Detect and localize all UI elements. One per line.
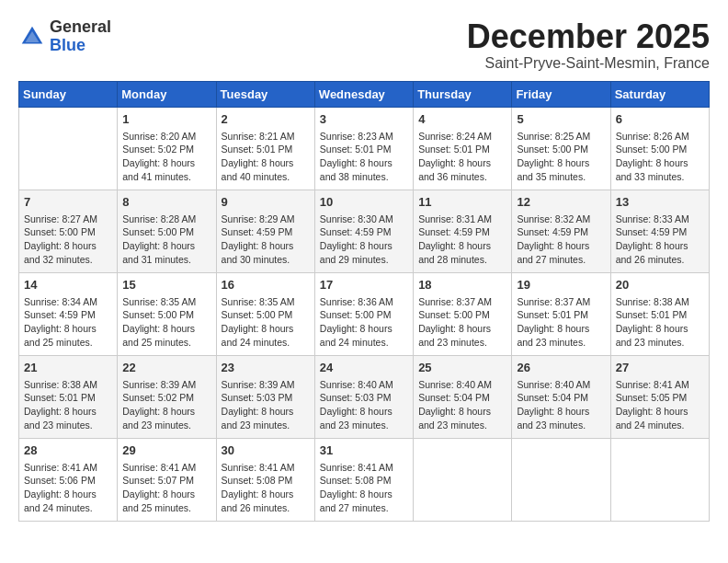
day-number: 15 [122,277,210,293]
calendar-week-row: 7Sunrise: 8:27 AM Sunset: 5:00 PM Daylig… [19,190,710,272]
day-info: Sunrise: 8:25 AM Sunset: 5:00 PM Dayligh… [517,130,605,184]
day-number: 18 [418,277,506,293]
day-number: 20 [616,277,704,293]
logo-blue: Blue [50,36,85,54]
day-number: 21 [24,360,112,376]
day-number: 13 [616,194,704,211]
day-info: Sunrise: 8:24 AM Sunset: 5:01 PM Dayligh… [418,130,506,184]
calendar-cell: 13Sunrise: 8:33 AM Sunset: 4:59 PM Dayli… [610,190,709,272]
calendar-cell: 30Sunrise: 8:41 AM Sunset: 5:08 PM Dayli… [216,438,314,521]
day-info: Sunrise: 8:40 AM Sunset: 5:03 PM Dayligh… [320,378,408,432]
day-number: 25 [418,360,506,376]
month-title: December 2025 [467,18,710,55]
calendar-cell: 22Sunrise: 8:39 AM Sunset: 5:02 PM Dayli… [118,355,216,438]
day-info: Sunrise: 8:34 AM Sunset: 4:59 PM Dayligh… [24,295,112,350]
calendar-cell [19,107,118,190]
calendar-cell: 10Sunrise: 8:30 AM Sunset: 4:59 PM Dayli… [314,190,413,272]
day-info: Sunrise: 8:41 AM Sunset: 5:08 PM Dayligh… [222,461,310,515]
day-number: 7 [24,194,112,211]
weekday-header-wednesday: Wednesday [314,81,413,107]
title-area: December 2025 Saint-Pryve-Saint-Mesmin, … [467,18,710,72]
calendar-cell: 21Sunrise: 8:38 AM Sunset: 5:01 PM Dayli… [19,355,118,438]
calendar-week-row: 28Sunrise: 8:41 AM Sunset: 5:06 PM Dayli… [19,438,710,521]
logo: General Blue [18,18,111,55]
day-info: Sunrise: 8:26 AM Sunset: 5:00 PM Dayligh… [616,130,704,184]
weekday-header-monday: Monday [118,81,216,107]
weekday-header-saturday: Saturday [610,81,709,107]
day-info: Sunrise: 8:30 AM Sunset: 4:59 PM Dayligh… [320,213,408,267]
calendar-cell: 23Sunrise: 8:39 AM Sunset: 5:03 PM Dayli… [216,355,314,438]
day-number: 16 [222,277,310,293]
day-info: Sunrise: 8:35 AM Sunset: 5:00 PM Dayligh… [222,295,310,350]
day-number: 24 [320,360,408,376]
weekday-header-row: SundayMondayTuesdayWednesdayThursdayFrid… [19,81,710,107]
day-number: 31 [320,442,408,459]
day-info: Sunrise: 8:37 AM Sunset: 5:00 PM Dayligh… [418,295,506,350]
logo-icon [18,23,46,51]
calendar-week-row: 1Sunrise: 8:20 AM Sunset: 5:02 PM Daylig… [19,107,710,190]
day-number: 5 [517,111,605,128]
day-number: 26 [517,360,605,376]
calendar-cell: 15Sunrise: 8:35 AM Sunset: 5:00 PM Dayli… [118,272,216,355]
calendar-cell: 12Sunrise: 8:32 AM Sunset: 4:59 PM Dayli… [512,190,610,272]
calendar-table: SundayMondayTuesdayWednesdayThursdayFrid… [18,81,710,522]
calendar-cell [610,438,709,521]
day-info: Sunrise: 8:20 AM Sunset: 5:02 PM Dayligh… [122,130,210,184]
calendar-cell: 16Sunrise: 8:35 AM Sunset: 5:00 PM Dayli… [216,272,314,355]
day-info: Sunrise: 8:36 AM Sunset: 5:00 PM Dayligh… [320,295,408,350]
location-subtitle: Saint-Pryve-Saint-Mesmin, France [467,55,710,72]
day-number: 28 [24,442,112,459]
day-number: 23 [222,360,310,376]
day-info: Sunrise: 8:37 AM Sunset: 5:01 PM Dayligh… [517,295,605,350]
calendar-cell: 26Sunrise: 8:40 AM Sunset: 5:04 PM Dayli… [512,355,610,438]
calendar-cell: 11Sunrise: 8:31 AM Sunset: 4:59 PM Dayli… [414,190,512,272]
calendar-cell: 8Sunrise: 8:28 AM Sunset: 5:00 PM Daylig… [118,190,216,272]
day-number: 29 [122,442,210,459]
calendar-week-row: 21Sunrise: 8:38 AM Sunset: 5:01 PM Dayli… [19,355,710,438]
calendar-cell: 27Sunrise: 8:41 AM Sunset: 5:05 PM Dayli… [610,355,709,438]
day-number: 1 [122,111,210,128]
day-info: Sunrise: 8:41 AM Sunset: 5:07 PM Dayligh… [122,461,210,515]
calendar-cell [414,438,512,521]
calendar-cell: 6Sunrise: 8:26 AM Sunset: 5:00 PM Daylig… [610,107,709,190]
day-info: Sunrise: 8:39 AM Sunset: 5:02 PM Dayligh… [122,378,210,432]
day-number: 22 [122,360,210,376]
day-info: Sunrise: 8:23 AM Sunset: 5:01 PM Dayligh… [320,130,408,184]
logo-text: General Blue [50,18,111,55]
weekday-header-tuesday: Tuesday [216,81,314,107]
calendar-cell: 4Sunrise: 8:24 AM Sunset: 5:01 PM Daylig… [414,107,512,190]
day-info: Sunrise: 8:35 AM Sunset: 5:00 PM Dayligh… [122,295,210,350]
day-info: Sunrise: 8:39 AM Sunset: 5:03 PM Dayligh… [222,378,310,432]
day-number: 14 [24,277,112,293]
header: General Blue December 2025 Saint-Pryve-S… [18,18,710,72]
day-number: 10 [320,194,408,211]
day-info: Sunrise: 8:32 AM Sunset: 4:59 PM Dayligh… [517,213,605,267]
calendar-cell: 14Sunrise: 8:34 AM Sunset: 4:59 PM Dayli… [19,272,118,355]
weekday-header-friday: Friday [512,81,610,107]
day-number: 4 [418,111,506,128]
calendar-cell: 28Sunrise: 8:41 AM Sunset: 5:06 PM Dayli… [19,438,118,521]
calendar-cell: 18Sunrise: 8:37 AM Sunset: 5:00 PM Dayli… [414,272,512,355]
calendar-cell: 1Sunrise: 8:20 AM Sunset: 5:02 PM Daylig… [118,107,216,190]
day-number: 11 [418,194,506,211]
day-info: Sunrise: 8:27 AM Sunset: 5:00 PM Dayligh… [24,213,112,267]
calendar-cell: 31Sunrise: 8:41 AM Sunset: 5:08 PM Dayli… [314,438,413,521]
calendar-cell: 19Sunrise: 8:37 AM Sunset: 5:01 PM Dayli… [512,272,610,355]
calendar-cell: 3Sunrise: 8:23 AM Sunset: 5:01 PM Daylig… [314,107,413,190]
day-info: Sunrise: 8:38 AM Sunset: 5:01 PM Dayligh… [616,295,704,350]
day-number: 9 [222,194,310,211]
day-info: Sunrise: 8:40 AM Sunset: 5:04 PM Dayligh… [517,378,605,432]
logo-general: General [50,17,111,36]
day-number: 27 [616,360,704,376]
day-number: 12 [517,194,605,211]
day-number: 19 [517,277,605,293]
day-info: Sunrise: 8:41 AM Sunset: 5:05 PM Dayligh… [616,378,704,432]
weekday-header-thursday: Thursday [414,81,512,107]
calendar-cell: 24Sunrise: 8:40 AM Sunset: 5:03 PM Dayli… [314,355,413,438]
day-info: Sunrise: 8:40 AM Sunset: 5:04 PM Dayligh… [418,378,506,432]
calendar-cell: 9Sunrise: 8:29 AM Sunset: 4:59 PM Daylig… [216,190,314,272]
calendar-cell: 7Sunrise: 8:27 AM Sunset: 5:00 PM Daylig… [19,190,118,272]
weekday-header-sunday: Sunday [19,81,118,107]
day-number: 6 [616,111,704,128]
day-info: Sunrise: 8:41 AM Sunset: 5:06 PM Dayligh… [24,461,112,515]
